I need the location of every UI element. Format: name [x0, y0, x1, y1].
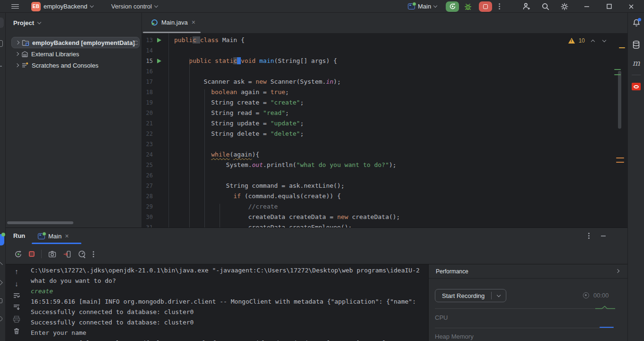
- code-with-me-icon[interactable]: [522, 0, 531, 13]
- capture-memory-icon[interactable]: [63, 250, 71, 258]
- warning-stripe-mark[interactable]: [616, 157, 624, 158]
- editor-tab-main-java[interactable]: Main.java ×: [147, 13, 200, 32]
- performance-header[interactable]: Performance: [429, 264, 627, 279]
- console-gutter: ↑ ↓: [6, 264, 27, 341]
- warning-stripe-mark[interactable]: [616, 162, 624, 163]
- run-line-icon[interactable]: [157, 59, 161, 63]
- maximize-button[interactable]: [606, 0, 612, 13]
- indent-guide: [204, 89, 205, 227]
- run-configuration-widget[interactable]: Main: [408, 0, 437, 13]
- java-class-icon: [151, 19, 158, 26]
- problems-tool-icon[interactable]: [0, 316, 2, 321]
- heap-memory-label: Heap Memory: [435, 333, 474, 340]
- timer-value: 00:00: [593, 292, 609, 299]
- prev-problem-icon[interactable]: [591, 39, 595, 43]
- minimize-button[interactable]: [583, 0, 590, 13]
- database-icon[interactable]: [628, 40, 644, 49]
- commit-tool-icon[interactable]: [0, 40, 3, 47]
- oracle-icon[interactable]: [628, 83, 644, 90]
- warning-stripe-mark[interactable]: [619, 47, 625, 48]
- project-widget[interactable]: EB employBackend: [31, 0, 93, 13]
- editor-area: Main.java × 10 1314151617181920212223242…: [142, 13, 627, 227]
- services-tool-icon[interactable]: [0, 280, 3, 286]
- editor-code[interactable]: public class Main { public static void m…: [174, 35, 400, 227]
- stop-icon[interactable]: [29, 251, 35, 257]
- close-icon[interactable]: ×: [192, 19, 195, 26]
- tree-item-scratches[interactable]: Scratches and Consoles: [11, 60, 140, 71]
- record-icon: [583, 292, 589, 298]
- notifications-bell-icon[interactable]: [628, 18, 644, 27]
- chevron-right-icon: [15, 63, 19, 67]
- project-panel-header[interactable]: Project: [13, 19, 41, 26]
- clear-console-icon[interactable]: [13, 327, 20, 335]
- toolbar-divider: [41, 250, 42, 258]
- recording-timer: 00:00: [583, 292, 609, 299]
- run-panel-title: Run: [13, 232, 25, 239]
- hide-panel-icon[interactable]: [600, 233, 607, 239]
- camera-snapshot-icon[interactable]: [48, 250, 56, 258]
- project-tool-icon[interactable]: [0, 17, 4, 28]
- horizontal-scrollbar[interactable]: [7, 221, 73, 224]
- soft-wrap-icon[interactable]: [13, 292, 20, 299]
- project-badge: EB: [31, 2, 41, 11]
- maven-icon[interactable]: m: [628, 58, 644, 68]
- terminal-tool-icon[interactable]: [0, 298, 2, 303]
- cpu-label: CPU: [435, 314, 448, 321]
- more-options-icon[interactable]: [588, 232, 590, 240]
- chevron-down-icon: [89, 4, 93, 8]
- stop-button[interactable]: [479, 0, 492, 13]
- indent-guide: [189, 58, 190, 227]
- tree-item-label: Scratches and Consoles: [32, 62, 98, 69]
- vcs-widget[interactable]: Version control: [111, 0, 158, 13]
- editor-tab-underline: [143, 32, 201, 33]
- scratches-icon: [21, 62, 29, 69]
- indent-guide: [220, 204, 220, 227]
- debug-button[interactable]: [464, 0, 472, 13]
- run-tool-icon[interactable]: [0, 234, 4, 245]
- editor-gutter[interactable]: 13141516171819202122232425262728293031: [142, 35, 168, 227]
- heap-chart-baseline: [435, 328, 614, 328]
- chevron-down-icon: [37, 20, 41, 24]
- project-panel-title: Project: [13, 19, 34, 26]
- debug-tool-icon[interactable]: [0, 262, 3, 268]
- close-button[interactable]: [628, 0, 635, 13]
- down-stack-trace-icon[interactable]: ↓: [15, 280, 18, 288]
- tree-item-label: employBackend [employmentData]: [32, 39, 135, 46]
- editor-scrollbar[interactable]: [618, 71, 621, 129]
- tree-item-project-root[interactable]: employBackend [employmentData] C: [11, 37, 140, 48]
- project-name: employBackend: [44, 3, 88, 10]
- run-line-icon[interactable]: [157, 38, 161, 43]
- up-stack-trace-icon[interactable]: ↑: [15, 267, 18, 275]
- run-panel-header: Run Main ×: [6, 228, 627, 244]
- cpu-profiler-icon[interactable]: [78, 250, 86, 258]
- change-stripe-mark[interactable]: [614, 74, 621, 75]
- close-icon[interactable]: ×: [65, 233, 69, 239]
- structure-tool-icon[interactable]: [0, 66, 2, 67]
- more-actions-icon[interactable]: [499, 0, 500, 13]
- change-stripe-mark[interactable]: [614, 69, 621, 70]
- run-config-icon: [408, 3, 415, 9]
- next-problem-icon[interactable]: [602, 38, 606, 42]
- run-tab-main[interactable]: Main ×: [35, 230, 71, 242]
- main-menu-icon[interactable]: [11, 0, 19, 13]
- rerun-icon[interactable]: [14, 250, 22, 258]
- project-folder-icon: [22, 39, 29, 46]
- scroll-to-end-icon[interactable]: [13, 304, 20, 311]
- warning-icon: [568, 38, 575, 44]
- settings-gear-icon[interactable]: [560, 0, 569, 13]
- search-icon[interactable]: [541, 0, 550, 13]
- chevron-down-icon: [433, 4, 437, 8]
- left-tool-stripe: [0, 13, 6, 341]
- run-tool-window: Run Main × ↑ ↓ C:\Users\17272\.jdks\ope: [6, 227, 627, 341]
- warning-count: 10: [579, 37, 585, 44]
- console[interactable]: ↑ ↓ C:\Users\17272\.jdks\openjdk-21.0.1\…: [6, 264, 428, 341]
- tree-item-external-libraries[interactable]: External Libraries: [11, 48, 140, 60]
- rerun-button[interactable]: [446, 0, 459, 13]
- inspections-widget[interactable]: 10: [568, 37, 606, 44]
- more-tools-icon[interactable]: [93, 250, 94, 258]
- start-recording-button[interactable]: Start Recording: [435, 289, 506, 302]
- print-icon[interactable]: [13, 315, 20, 323]
- recording-options-dropdown[interactable]: [492, 295, 506, 297]
- console-output[interactable]: C:\Users\17272\.jdks\openjdk-21.0.1\bin\…: [31, 265, 420, 341]
- libraries-icon: [21, 51, 28, 57]
